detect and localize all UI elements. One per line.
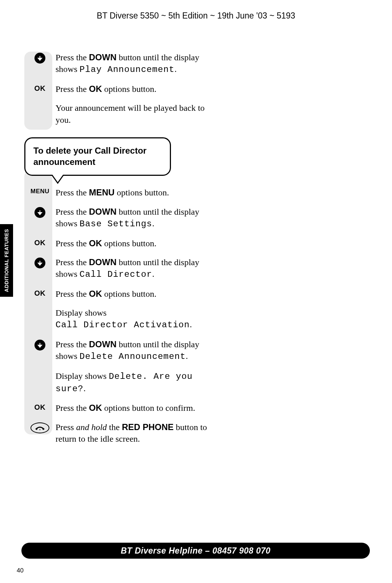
- ok-key-label: OK: [34, 403, 46, 412]
- step-row: OK Press the OK options button to confir…: [24, 402, 210, 414]
- svg-point-1: [40, 429, 41, 430]
- step-key: [24, 52, 56, 76]
- callout-bubble: To delete your Call Director announcemen…: [24, 137, 171, 176]
- main-content: Press the DOWN button until the display …: [24, 52, 210, 452]
- callout-tail-icon: [50, 174, 65, 184]
- step-text: Press the DOWN button until the display …: [56, 52, 210, 76]
- svg-rect-0: [50, 174, 65, 175]
- step-key: [24, 339, 56, 363]
- step-row: Press the DOWN button until the display …: [24, 256, 210, 281]
- step-text: Press the DOWN button until the display …: [56, 256, 210, 281]
- step-key: OK: [24, 402, 56, 414]
- step-row: OK Press the OK options button.: [24, 83, 210, 95]
- callout-title: To delete your Call Director announcemen…: [24, 137, 171, 176]
- step-key: OK: [24, 288, 56, 300]
- step-key: [24, 421, 56, 445]
- step-row: Press the DOWN button until the display …: [24, 52, 210, 76]
- step-row: Your announcement will be played back to…: [24, 102, 210, 126]
- step-key: [24, 206, 56, 230]
- step-text: Press the OK options button.: [56, 288, 210, 300]
- step-key: [24, 256, 56, 281]
- step-text: Your announcement will be played back to…: [56, 102, 210, 126]
- step-row: Press the DOWN button until the display …: [24, 339, 210, 363]
- step-key: [24, 370, 56, 395]
- down-arrow-icon: [34, 53, 45, 64]
- ok-key-label: OK: [34, 84, 46, 93]
- down-arrow-icon: [34, 258, 45, 268]
- step-key: OK: [24, 83, 56, 95]
- document-header: BT Diverse 5350 ~ 5th Edition ~ 19th Jun…: [0, 11, 392, 21]
- step-text: Press the DOWN button until the display …: [56, 339, 210, 363]
- side-tab: ADDITIONAL FEATURES: [0, 224, 13, 297]
- step-row: MENU Press the MENU options button.: [24, 187, 210, 198]
- step-text: Display shows Call Director Activation.: [56, 307, 210, 331]
- ok-key-label: OK: [34, 289, 46, 297]
- menu-key-label: MENU: [30, 188, 49, 195]
- step-row: OK Press the OK options button.: [24, 288, 210, 300]
- side-tab-label: ADDITIONAL FEATURES: [4, 229, 9, 292]
- down-arrow-icon: [34, 207, 45, 218]
- step-text: Press the OK options button.: [56, 83, 210, 95]
- step-text: Press the DOWN button until the display …: [56, 206, 210, 230]
- down-arrow-icon: [34, 340, 45, 351]
- step-row: Press and hold the RED PHONE button to r…: [24, 421, 210, 445]
- helpline-bar: BT Diverse Helpline – 08457 908 070: [21, 543, 370, 559]
- step-text: Press and hold the RED PHONE button to r…: [56, 421, 210, 445]
- step-text: Press the OK options button to confirm.: [56, 402, 210, 414]
- step-row: OK Press the OK options button.: [24, 238, 210, 249]
- step-key: OK: [24, 238, 56, 249]
- page-number: 40: [17, 567, 24, 574]
- phone-icon: [30, 422, 49, 433]
- step-text: Press the OK options button.: [56, 238, 210, 249]
- step-row: Press the DOWN button until the display …: [24, 206, 210, 230]
- step-key: [24, 307, 56, 331]
- step-text: Press the MENU options button.: [56, 187, 210, 198]
- step-key: MENU: [24, 187, 56, 198]
- step-text: Display shows Delete. Are you sure?.: [56, 370, 210, 395]
- step-key: [24, 102, 56, 126]
- step-row: Display shows Delete. Are you sure?.: [24, 370, 210, 395]
- ok-key-label: OK: [34, 239, 46, 247]
- step-row: Display shows Call Director Activation.: [24, 307, 210, 331]
